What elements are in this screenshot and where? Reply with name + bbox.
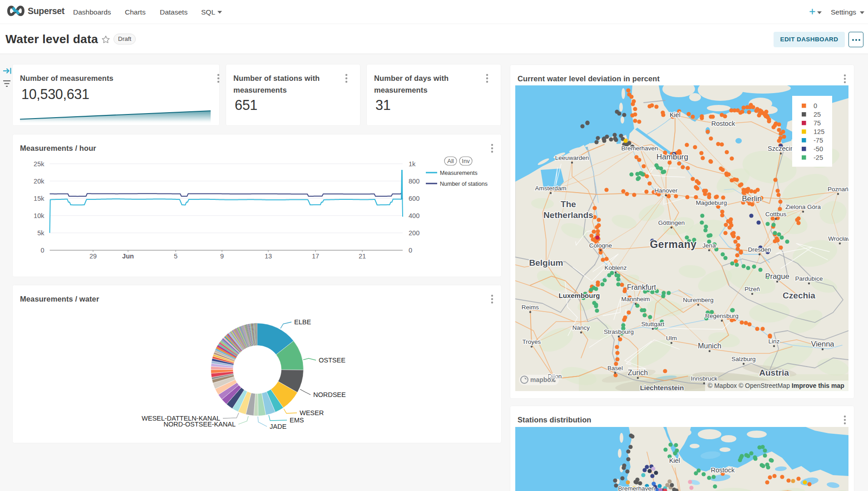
svg-text:-75: -75 [814,137,823,144]
svg-text:WESEL-DATTELN-KANAL: WESEL-DATTELN-KANAL [142,415,220,422]
svg-text:25: 25 [814,111,821,118]
svg-text:Czechia: Czechia [783,291,815,300]
svg-text:Ulm: Ulm [666,335,677,342]
svg-text:Nancy: Nancy [572,324,590,331]
svg-text:-50: -50 [814,145,823,153]
svg-text:Nuremberg: Nuremberg [683,297,714,303]
svg-text:Cottbus: Cottbus [765,211,787,218]
svg-text:5k: 5k [37,229,44,237]
svg-text:Szczecin: Szczecin [768,145,794,152]
svg-text:Austria: Austria [759,368,789,377]
svg-text:200: 200 [409,229,419,237]
svg-text:Strasbourg: Strasbourg [604,328,634,335]
svg-text:Frankfurt: Frankfurt [627,283,656,291]
svg-text:Liechtenstein: Liechtenstein [640,384,684,391]
svg-text:-25: -25 [814,154,823,161]
svg-text:Dresden: Dresden [748,246,771,253]
svg-text:The: The [561,199,576,209]
svg-text:5: 5 [174,253,178,260]
svg-text:0: 0 [40,247,44,254]
svg-text:13: 13 [265,253,272,260]
svg-text:Jun: Jun [122,253,134,260]
svg-text:Amsterdam: Amsterdam [535,185,566,192]
svg-text:Berlin: Berlin [742,194,761,203]
svg-text:Kiel: Kiel [669,457,680,464]
svg-text:Hanover: Hanover [654,187,678,194]
svg-text:21: 21 [359,253,366,260]
svg-text:Stuttgart: Stuttgart [641,321,664,327]
svg-text:Pardubice: Pardubice [795,275,823,282]
svg-text:Koblenz: Koblenz [605,264,627,271]
svg-text:ELBE: ELBE [294,318,311,326]
svg-text:WESER: WESER [300,409,324,417]
svg-text:Hamburg: Hamburg [656,153,688,161]
svg-text:mapbox: mapbox [530,376,555,383]
svg-text:Rostock: Rostock [711,120,735,127]
svg-text:Netherlands: Netherlands [543,210,593,220]
svg-text:Poznań: Poznań [828,186,848,193]
svg-text:Reims: Reims [522,304,539,311]
svg-text:Linz: Linz [769,338,780,345]
svg-text:Rostock: Rostock [711,466,735,474]
svg-text:Kiel: Kiel [670,111,681,119]
svg-text:Plzeň: Plzeň [745,286,760,293]
svg-text:© Mapbox © OpenStreetMap Impro: © Mapbox © OpenStreetMap Improve this ma… [708,382,844,389]
svg-text:EMS: EMS [290,417,304,424]
svg-text:Göttingen: Göttingen [658,219,685,226]
svg-text:Bremerhaven: Bremerhaven [618,485,655,491]
svg-text:Cologne: Cologne [589,242,612,249]
svg-text:Magdeburg: Magdeburg [696,199,727,206]
svg-text:75: 75 [814,119,821,127]
svg-text:Vienna: Vienna [811,340,834,348]
svg-text:NORDSEE: NORDSEE [313,391,346,398]
svg-text:29: 29 [89,253,97,260]
svg-text:Measurements: Measurements [440,170,478,176]
svg-text:20k: 20k [34,178,44,185]
svg-text:Number of stations: Number of stations [440,181,488,187]
svg-text:Wrocław: Wrocław [828,235,848,242]
svg-text:Munich: Munich [698,342,721,350]
svg-text:Prague: Prague [765,272,789,280]
svg-text:0: 0 [409,247,412,254]
svg-text:15k: 15k [34,195,44,202]
svg-text:Leeuwarden: Leeuwarden [555,154,589,161]
svg-text:9: 9 [220,253,224,260]
svg-text:Jena: Jena [702,242,716,249]
svg-text:JADE: JADE [270,423,286,430]
svg-text:All: All [447,158,454,164]
svg-text:Basel: Basel [607,365,623,372]
svg-text:0: 0 [814,102,817,109]
svg-text:17: 17 [312,253,319,260]
svg-text:1k: 1k [409,160,416,168]
svg-text:400: 400 [409,212,419,219]
svg-text:Zielona Góra: Zielona Góra [785,203,821,210]
svg-text:Germany: Germany [650,238,696,250]
svg-text:Belgium: Belgium [529,258,563,268]
svg-text:Zurich: Zurich [628,369,648,377]
svg-text:Inv: Inv [462,158,470,164]
svg-text:Salzburg: Salzburg [731,356,755,362]
svg-text:25k: 25k [34,160,44,168]
svg-text:800: 800 [409,178,419,185]
svg-text:Luxembourg: Luxembourg [559,292,600,299]
svg-text:OSTSEE: OSTSEE [319,357,345,364]
svg-text:600: 600 [409,195,419,202]
svg-text:10k: 10k [34,212,44,219]
svg-text:Regensburg: Regensburg [705,312,739,319]
svg-text:Bremerhaven: Bremerhaven [621,145,658,152]
svg-text:Troyes: Troyes [523,338,541,345]
svg-text:Mannheim: Mannheim [621,296,650,303]
svg-text:125: 125 [814,128,824,135]
